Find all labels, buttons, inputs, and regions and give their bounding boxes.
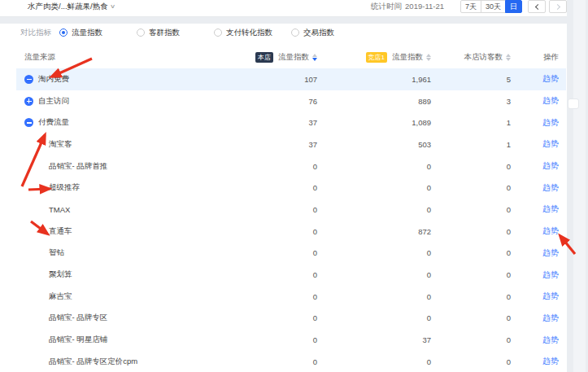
own-visitors-value: 0 <box>431 357 511 366</box>
table-row[interactable]: 智钻 0 0 0 趋势 <box>16 243 566 265</box>
rival-traffic-index-value: 0 <box>317 183 431 192</box>
own-visitors-value: 0 <box>431 292 511 301</box>
table-row[interactable]: 自主访问 76 889 3 趋势 <box>16 90 566 112</box>
trend-link[interactable]: 趋势 <box>542 226 559 235</box>
range-day-button[interactable]: 日 <box>505 0 522 13</box>
stat-date: 2019-11-21 <box>405 2 444 11</box>
table-row[interactable]: 淘内免费 107 1,961 5 趋势 <box>16 68 566 90</box>
table-row[interactable]: 品销宝- 品牌首推 0 0 0 趋势 <box>16 155 566 177</box>
trend-link[interactable]: 趋势 <box>542 204 559 213</box>
table-row[interactable]: 淘宝客 37 503 1 趋势 <box>16 133 566 155</box>
own-traffic-index-value: 0 <box>203 313 317 322</box>
trend-link[interactable]: 趋势 <box>542 183 559 192</box>
scrollbar-track[interactable] <box>573 0 586 372</box>
own-traffic-index-value: 0 <box>203 205 317 214</box>
own-store-badge: 本店 <box>255 52 273 63</box>
radio-icon <box>214 28 222 37</box>
own-traffic-index-value: 76 <box>203 97 317 106</box>
own-traffic-index-value: 107 <box>203 75 317 84</box>
date-range-group: 7天 30天 日 <box>460 0 522 13</box>
rival-traffic-index-value: 872 <box>317 227 431 236</box>
radio-icon <box>137 28 145 37</box>
trend-link[interactable]: 趋势 <box>542 270 559 279</box>
rival-traffic-index-value: 0 <box>317 248 431 257</box>
radio-conversion-index[interactable]: 支付转化指数 <box>214 28 291 38</box>
trend-link[interactable]: 趋势 <box>542 291 559 300</box>
table-row[interactable]: 品销宝- 品牌专区 0 0 0 趋势 <box>16 308 566 330</box>
radio-traffic-index[interactable]: 流量指数 <box>59 28 137 38</box>
own-traffic-index-value: 0 <box>203 357 317 366</box>
radio-icon <box>59 28 68 37</box>
table-row[interactable]: 聚划算 0 0 0 趋势 <box>16 264 566 286</box>
radio-customer-index[interactable]: 客群指数 <box>137 28 214 38</box>
trend-link[interactable]: 趋势 <box>542 74 559 83</box>
chevron-down-icon: ∨ <box>110 3 115 10</box>
table-header: 流量来源 本店 流量指数 竞店1 流量指数 本店访客数 操作 <box>16 46 566 68</box>
own-visitors-value: 0 <box>431 162 511 171</box>
rival-traffic-index-value: 0 <box>317 205 431 214</box>
chevron-right-icon <box>554 3 560 9</box>
own-traffic-index-value: 0 <box>203 335 317 344</box>
trend-link[interactable]: 趋势 <box>542 161 559 170</box>
trend-link[interactable]: 趋势 <box>542 118 559 127</box>
rival-store-badge: 竞店1 <box>366 52 387 63</box>
own-traffic-index-value: 37 <box>203 140 317 149</box>
own-visitors-value: 0 <box>431 205 511 214</box>
own-traffic-index-value: 0 <box>203 292 317 301</box>
expand-toggle-icon[interactable] <box>24 97 33 106</box>
table-row[interactable]: 超级推荐 0 0 0 趋势 <box>16 177 566 199</box>
own-traffic-index-value: 0 <box>203 183 317 192</box>
rival-traffic-index-value: 0 <box>317 162 431 171</box>
rival-traffic-index-value: 1,089 <box>317 118 431 127</box>
rival-traffic-index-value: 889 <box>317 97 431 106</box>
trend-link[interactable]: 趋势 <box>542 248 559 257</box>
main-card: 对比指标 流量指数 客群指数 支付转化指数 交易指数 流量来源 本店 流量指数 … <box>0 24 567 372</box>
rival-traffic-index-value: 0 <box>317 357 431 366</box>
own-visitors-value: 0 <box>431 227 511 236</box>
column-own-visitors[interactable]: 本店访客数 <box>431 52 511 63</box>
expand-toggle-icon[interactable] <box>24 118 33 127</box>
table-row[interactable]: TMAX 0 0 0 趋势 <box>16 199 566 221</box>
own-traffic-index-value: 0 <box>203 162 317 171</box>
column-traffic-source: 流量来源 <box>16 52 203 63</box>
table-row[interactable]: 付费流量 37 1,089 1 趋势 <box>16 112 566 133</box>
rival-traffic-index-value: 1,961 <box>317 75 431 84</box>
table-row[interactable]: 直通车 0 872 0 趋势 <box>16 221 566 243</box>
rival-traffic-index-value: 0 <box>317 270 431 279</box>
own-traffic-index-value: 37 <box>203 118 317 127</box>
table-body: 淘内免费 107 1,961 5 趋势 自主访问 76 889 3 趋势 付费流… <box>0 68 567 372</box>
radio-trade-index[interactable]: 交易指数 <box>291 28 368 38</box>
floating-widget[interactable] <box>568 98 579 109</box>
range-7d-button[interactable]: 7天 <box>460 0 481 13</box>
own-traffic-index-value: 0 <box>203 227 317 236</box>
prev-date-button[interactable] <box>528 0 546 13</box>
rival-traffic-index-value: 0 <box>317 292 431 301</box>
rival-traffic-index-value: 0 <box>317 313 431 322</box>
next-date-button[interactable] <box>549 0 567 13</box>
own-visitors-value: 1 <box>431 140 511 149</box>
own-visitors-value: 0 <box>431 183 511 192</box>
rival-traffic-index-value: 503 <box>317 140 431 149</box>
table-row[interactable]: 品销宝- 品牌专区定价cpm 0 0 0 趋势 <box>16 351 566 372</box>
trend-link[interactable]: 趋势 <box>542 139 559 148</box>
top-bar: 水产肉类/...鲜蔬果/熟食 ∨ 统计时间2019-11-21 7天 30天 日 <box>0 0 567 17</box>
own-visitors-value: 5 <box>431 75 511 84</box>
table-row[interactable]: 麻吉宝 0 0 0 趋势 <box>16 286 566 308</box>
trend-link[interactable]: 趋势 <box>542 313 559 322</box>
own-traffic-index-value: 0 <box>203 270 317 279</box>
chevron-left-icon <box>534 3 540 9</box>
column-rival-traffic-index[interactable]: 竞店1 流量指数 <box>317 52 431 63</box>
own-visitors-value: 0 <box>431 313 511 322</box>
column-own-traffic-index[interactable]: 本店 流量指数 <box>203 52 317 63</box>
trend-link[interactable]: 趋势 <box>542 357 559 365</box>
trend-link[interactable]: 趋势 <box>542 96 559 105</box>
category-breadcrumb[interactable]: 水产肉类/...鲜蔬果/熟食 ∨ <box>28 2 115 12</box>
column-actions: 操作 <box>511 52 566 63</box>
expand-toggle-icon[interactable] <box>24 75 33 84</box>
own-traffic-index-value: 0 <box>203 248 317 257</box>
range-30d-button[interactable]: 30天 <box>481 0 506 13</box>
own-visitors-value: 0 <box>431 270 511 279</box>
own-visitors-value: 1 <box>431 118 511 127</box>
trend-link[interactable]: 趋势 <box>542 335 559 344</box>
table-row[interactable]: 品销宝- 明星店铺 0 37 0 趋势 <box>16 329 566 351</box>
